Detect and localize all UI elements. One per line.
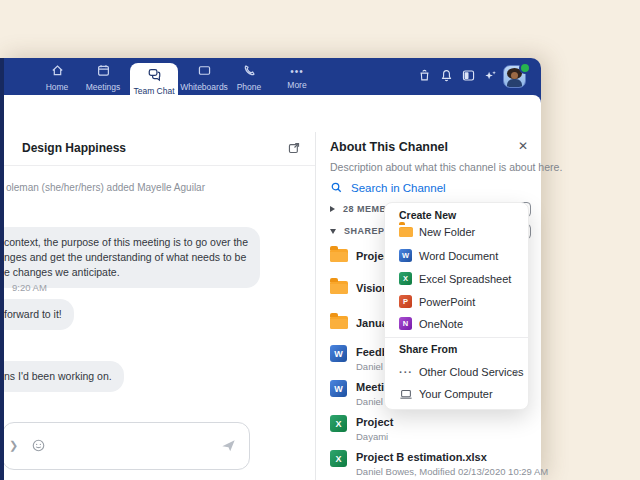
folder-icon: [330, 249, 348, 262]
left-sidebar-sliver: [0, 58, 4, 480]
file-meta: Daniel Bowes, Modified 02/13/2020 10:29 …: [356, 466, 548, 477]
chat-bubbles-icon: [147, 67, 162, 84]
message-bubble: context, the purpose of this meeting is …: [4, 227, 260, 288]
excel-file-icon: X: [330, 415, 347, 432]
close-icon[interactable]: ✕: [518, 139, 528, 153]
excel-file-icon: X: [330, 450, 347, 467]
system-message: oleman (she/her/hers) added Mayelle Agui…: [6, 182, 205, 193]
menu-header: Share From: [399, 343, 457, 355]
menu-divider: [385, 337, 528, 338]
chevron-right-icon: ›: [514, 365, 518, 379]
screenshot-stage: Home Meetings Team Chat Whiteboards Phon…: [0, 0, 640, 480]
menu-item-excel-spreadsheet[interactable]: X Excel Spreadsheet: [385, 268, 528, 290]
cloud-services-dots-icon: ···: [399, 365, 413, 379]
menu-item-your-computer[interactable]: Your Computer: [385, 383, 528, 405]
tab-more[interactable]: ••• More: [277, 61, 317, 94]
tab-team-chat[interactable]: Team Chat: [130, 63, 178, 100]
tab-home[interactable]: Home: [36, 61, 78, 94]
message-bubble: forward to it!: [4, 299, 74, 330]
open-in-new-window-icon[interactable]: [287, 141, 301, 155]
message-input[interactable]: [55, 437, 209, 455]
more-icon: •••: [290, 65, 304, 78]
create-new-dropdown: Create New New Folder W Word Document X …: [384, 202, 529, 410]
laptop-icon: [399, 387, 413, 405]
message-compose-box: ❯: [4, 422, 250, 470]
message-bubble: ns I'd been working on.: [4, 361, 124, 392]
menu-item-powerpoint[interactable]: P PowerPoint: [385, 291, 528, 313]
trash-icon[interactable]: [417, 68, 432, 83]
channel-title: Design Happiness: [22, 141, 126, 155]
menu-header: Create New: [399, 209, 456, 221]
word-file-icon: W: [330, 380, 347, 397]
message-timestamp: 9:20 AM: [12, 282, 47, 293]
panel-title: About This Channel: [330, 140, 448, 154]
folder-icon: [330, 281, 348, 294]
word-file-icon: W: [330, 345, 347, 362]
tab-whiteboards[interactable]: Whiteboards: [178, 61, 230, 94]
powerpoint-icon: P: [399, 295, 412, 308]
tab-label: Team Chat: [133, 86, 174, 96]
emoji-icon[interactable]: [31, 438, 46, 453]
file-row[interactable]: X Project Dayami: [330, 416, 541, 446]
menu-item-other-cloud-services[interactable]: ··· Other Cloud Services ›: [385, 361, 528, 383]
chevron-right-icon: [330, 206, 335, 212]
presence-status-dot: [519, 62, 531, 74]
bell-icon[interactable]: [439, 68, 454, 83]
menu-item-word-document[interactable]: W Word Document: [385, 245, 528, 267]
onenote-icon: N: [399, 317, 412, 330]
menu-item-new-folder[interactable]: New Folder: [385, 221, 528, 243]
chat-column: Design Happiness oleman (she/her/hers) a…: [4, 132, 315, 480]
ai-sparkle-icon[interactable]: [483, 68, 498, 83]
file-name: Project: [356, 416, 393, 428]
format-icon[interactable]: ❯: [9, 439, 18, 452]
avatar-body: [507, 79, 522, 88]
excel-icon: X: [399, 272, 412, 285]
search-label: Search in Channel: [351, 182, 446, 194]
avatar-face: [511, 72, 518, 79]
file-name: Project B estimation.xlsx: [356, 451, 487, 463]
panel-toggle-icon[interactable]: [461, 68, 476, 83]
chevron-down-icon: [330, 229, 336, 234]
file-row[interactable]: X Project B estimation.xlsx Daniel Bowes…: [330, 451, 541, 480]
search-icon: [330, 181, 343, 196]
tab-label: Phone: [237, 82, 262, 92]
tab-label: Home: [46, 82, 69, 92]
tab-label: More: [287, 80, 306, 90]
channel-description: Description about what this channel is a…: [330, 161, 562, 173]
tab-label: Meetings: [86, 82, 121, 92]
send-icon[interactable]: [220, 437, 237, 454]
word-icon: W: [399, 249, 412, 262]
calendar-icon: [96, 63, 111, 80]
whiteboard-icon: [197, 63, 212, 80]
search-in-channel[interactable]: Search in Channel: [330, 180, 446, 196]
phone-icon: [242, 63, 257, 80]
menu-item-onenote[interactable]: N OneNote: [385, 313, 528, 335]
home-icon: [50, 63, 65, 80]
chat-header: Design Happiness: [4, 132, 315, 166]
tab-label: Whiteboards: [180, 82, 228, 92]
tab-phone[interactable]: Phone: [230, 61, 268, 94]
tab-meetings[interactable]: Meetings: [80, 61, 126, 94]
folder-icon: [330, 316, 348, 329]
folder-icon: [399, 225, 413, 237]
file-meta: Dayami: [356, 431, 388, 442]
